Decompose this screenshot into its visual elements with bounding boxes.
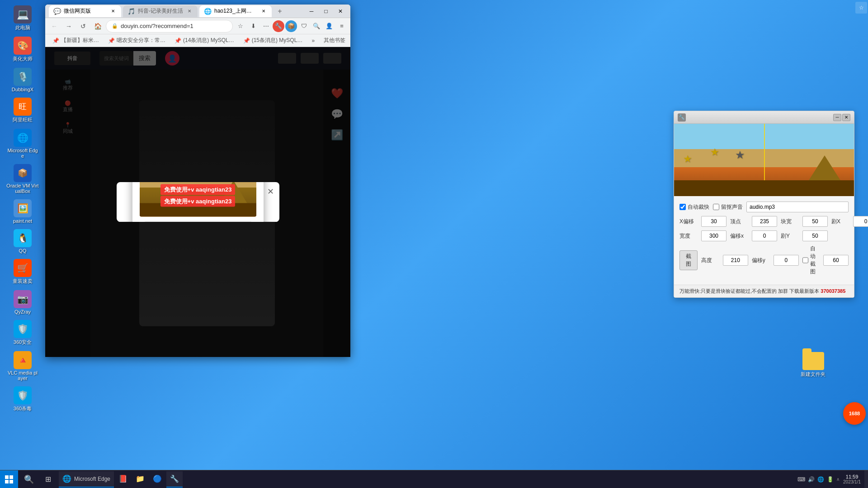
block-width-input[interactable] bbox=[802, 216, 828, 227]
extension2[interactable]: 📦 bbox=[285, 20, 297, 32]
desktop-icon-edge[interactable]: 🌐 Microsoft Edge bbox=[5, 127, 41, 160]
bookmark-1[interactable]: 📌 【新疆】标米… bbox=[49, 36, 103, 45]
cut-y-input[interactable] bbox=[802, 230, 828, 241]
tool-row-2: X偏移 顶点 块宽 剧X bbox=[679, 216, 849, 227]
desktop-icon-dubbingx[interactable]: 🎙️ DubbingX bbox=[5, 66, 41, 94]
preview-star-3: ★ bbox=[735, 149, 745, 161]
desktop-icon-meihua[interactable]: 🎨 美化大师 bbox=[5, 35, 41, 64]
close-button[interactable]: ✕ bbox=[334, 7, 347, 16]
audio-checkbox-group[interactable]: 留抠声音 bbox=[713, 203, 743, 211]
tool-minimize[interactable]: ─ bbox=[833, 114, 841, 121]
taskbar-app-chrome[interactable]: 🔵 bbox=[149, 471, 165, 488]
auto-cut-checkbox[interactable] bbox=[679, 204, 686, 210]
home-button[interactable]: 🏠 bbox=[91, 20, 104, 33]
douyin-page: 抖音 搜索关键词 搜索 👤 bbox=[45, 47, 350, 357]
taskbar-app-browser[interactable]: 🌐 Microsoft Edge bbox=[59, 471, 114, 488]
cut-x-input[interactable] bbox=[853, 216, 868, 227]
taskbar-app-tool[interactable]: 🔧 bbox=[166, 471, 183, 488]
back-button[interactable]: ← bbox=[48, 20, 61, 33]
auto-cut-checkbox-group[interactable]: 自动裁快 bbox=[679, 203, 709, 211]
tray-icon-3[interactable]: 🌐 bbox=[817, 476, 824, 483]
right-icon-1[interactable]: ☆ bbox=[855, 2, 867, 14]
auto-screenshot-value[interactable] bbox=[823, 255, 849, 266]
svg-rect-0 bbox=[5, 475, 9, 479]
height-input[interactable] bbox=[723, 255, 748, 266]
desktop-icon-computer[interactable]: 💻 此电脑 bbox=[5, 4, 41, 33]
show-desktop-btn[interactable] bbox=[864, 470, 868, 488]
desktop-icon-virtualbox[interactable]: 📦 Oracle VM VirtualBox bbox=[5, 162, 41, 196]
preview-star-1: ★ bbox=[683, 153, 692, 165]
vertex-input[interactable] bbox=[752, 216, 777, 227]
filename-input[interactable]: audio.mp3 bbox=[746, 202, 849, 212]
profile-button[interactable]: 👤 bbox=[323, 20, 335, 32]
desktop-icon-qq[interactable]: 🐧 QQ bbox=[5, 227, 41, 255]
offset-y-input[interactable] bbox=[774, 255, 799, 266]
cut-x-label: 剧X bbox=[831, 218, 849, 225]
y-offset-input[interactable] bbox=[752, 230, 777, 241]
extension4[interactable]: 🔍 bbox=[311, 20, 322, 32]
bookmark-more[interactable]: » bbox=[308, 37, 318, 45]
new-tab-button[interactable]: + bbox=[274, 5, 286, 17]
reload-button[interactable]: ↺ bbox=[77, 20, 90, 33]
tray-expand[interactable]: ∧ bbox=[836, 477, 840, 482]
tray-icon-1[interactable]: ⌨ bbox=[797, 476, 805, 483]
tool-titlebar: 🔧 ─ ✕ bbox=[674, 111, 854, 124]
login-dialog-close[interactable]: ✕ bbox=[267, 187, 274, 197]
y-offset-label: 偏移x bbox=[730, 232, 748, 240]
forward-button[interactable]: → bbox=[62, 20, 75, 33]
ali-float-button[interactable]: 1688 bbox=[843, 402, 866, 425]
x-offset-input[interactable] bbox=[701, 216, 726, 227]
settings-button[interactable]: ⋯ bbox=[260, 20, 272, 32]
tool-controls: 自动裁快 留抠声音 audio.mp3 X偏移 顶点 块宽 剧X bbox=[674, 196, 854, 285]
tab-hao123-label: hao123_上网从这里开始 bbox=[214, 7, 255, 15]
desktop-icon-360kill[interactable]: 🛡️ 360杀毒 bbox=[5, 385, 41, 414]
desktop-folder[interactable]: 新建文件夹 bbox=[799, 350, 827, 380]
bookmark-4[interactable]: 📌 (15条消息) MySQL… bbox=[240, 36, 307, 45]
extension1[interactable]: 🔧 bbox=[273, 20, 284, 32]
browser-toolbar: ← → ↺ 🏠 🔒 douyin.com/?recommend=1 ☆ ⬇ ⋯ … bbox=[45, 18, 350, 34]
taskbar-clock[interactable]: 11:59 2023/1/1 bbox=[840, 474, 864, 484]
taskbar-app-explorer[interactable]: 📁 bbox=[132, 471, 148, 488]
star-button[interactable]: ☆ bbox=[235, 20, 246, 32]
tool-status-bar: 万能滑快:只要是滑块验证都能过,不会配置的 加群 下载最新版本 37003738… bbox=[674, 285, 854, 297]
captcha-slider[interactable]: ▶ 按住左边按钮拖动完成上方拼图 bbox=[140, 221, 256, 222]
desktop-icon-vlc[interactable]: 🔺 VLC media player bbox=[5, 349, 41, 383]
tab-wechat-close[interactable]: ✕ bbox=[109, 8, 117, 15]
auto-screenshot-checkbox[interactable] bbox=[802, 257, 808, 263]
tool-close[interactable]: ✕ bbox=[842, 114, 850, 121]
tray-icon-2[interactable]: 🔊 bbox=[808, 476, 815, 483]
bookmark-other[interactable]: 其他书签 bbox=[320, 36, 349, 45]
block-width-label: 块宽 bbox=[781, 218, 799, 225]
desktop-icon-shop[interactable]: 🛒 童装速卖 bbox=[5, 257, 41, 286]
maximize-button[interactable]: □ bbox=[320, 7, 332, 16]
extension3[interactable]: 🛡 bbox=[298, 20, 310, 32]
desktop-icon-paintnet[interactable]: 🖼️ paint.net bbox=[5, 197, 41, 225]
tab-douyin[interactable]: 🎵 抖音-记录美好生活 ✕ bbox=[123, 5, 198, 17]
audio-checkbox[interactable] bbox=[713, 204, 719, 210]
width-input[interactable] bbox=[701, 230, 726, 241]
minimize-button[interactable]: ─ bbox=[305, 7, 318, 16]
taskbar-app-pdf[interactable]: 📕 bbox=[115, 471, 131, 488]
wechat-favicon: 💬 bbox=[53, 8, 61, 15]
tool-preview-image: ★ ★ ★ bbox=[674, 124, 854, 196]
menu-button[interactable]: ≡ bbox=[336, 20, 348, 32]
tool-row-1: 自动裁快 留抠声音 audio.mp3 bbox=[679, 202, 849, 212]
tab-wechat[interactable]: 💬 微信网页版 ✕ bbox=[49, 5, 121, 17]
taskbar-taskview[interactable]: ⊞ bbox=[39, 470, 57, 488]
auto-screenshot-group[interactable]: 自动截图 bbox=[802, 245, 820, 276]
svg-rect-1 bbox=[9, 475, 13, 479]
download-button[interactable]: ⬇ bbox=[247, 20, 259, 32]
bookmark-2[interactable]: 📌 嗯农安全分享：常… bbox=[104, 36, 169, 45]
start-button[interactable] bbox=[0, 470, 18, 488]
tab-hao123[interactable]: 🌐 hao123_上网从这里开始 ✕ bbox=[199, 5, 272, 17]
tab-hao123-close[interactable]: ✕ bbox=[260, 8, 267, 15]
desktop-icon-qyzray[interactable]: 📷 QyZray bbox=[5, 288, 41, 316]
desktop-icon-360safe[interactable]: 🛡️ 360安全 bbox=[5, 318, 41, 347]
cut-action-button[interactable]: 截图 bbox=[679, 250, 698, 270]
bookmark-3[interactable]: 📌 (14条消息) MySQL… bbox=[171, 36, 238, 45]
taskbar-search[interactable]: 🔍 bbox=[20, 470, 38, 488]
tray-icon-4[interactable]: 🔋 bbox=[827, 476, 834, 483]
desktop-icon-wangwang[interactable]: 旺 阿里旺旺 bbox=[5, 96, 41, 125]
address-bar[interactable]: 🔒 douyin.com/?recommend=1 bbox=[106, 20, 233, 33]
tab-douyin-close[interactable]: ✕ bbox=[186, 8, 193, 15]
